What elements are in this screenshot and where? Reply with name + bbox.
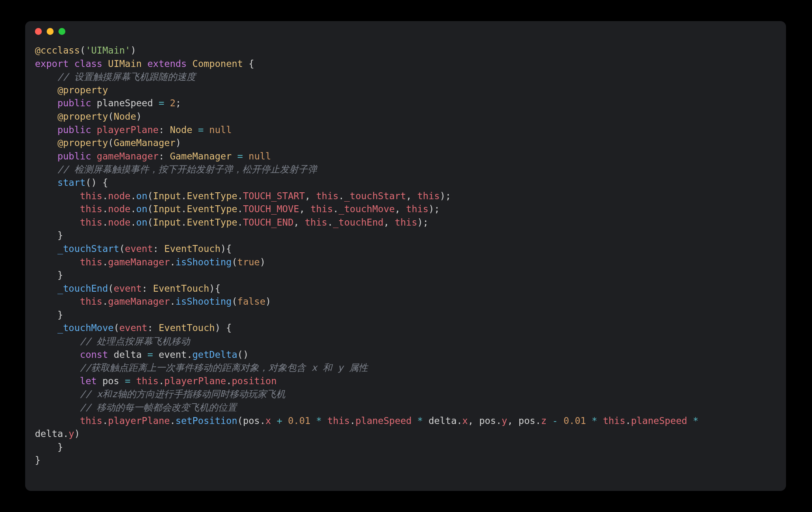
minimize-icon[interactable] <box>47 28 54 35</box>
close-icon[interactable] <box>35 28 42 35</box>
zoom-icon[interactable] <box>58 28 65 35</box>
code-block: @ccclass('UIMain') export class UIMain e… <box>25 41 786 467</box>
code-window: @ccclass('UIMain') export class UIMain e… <box>25 21 786 491</box>
titlebar <box>25 21 786 41</box>
